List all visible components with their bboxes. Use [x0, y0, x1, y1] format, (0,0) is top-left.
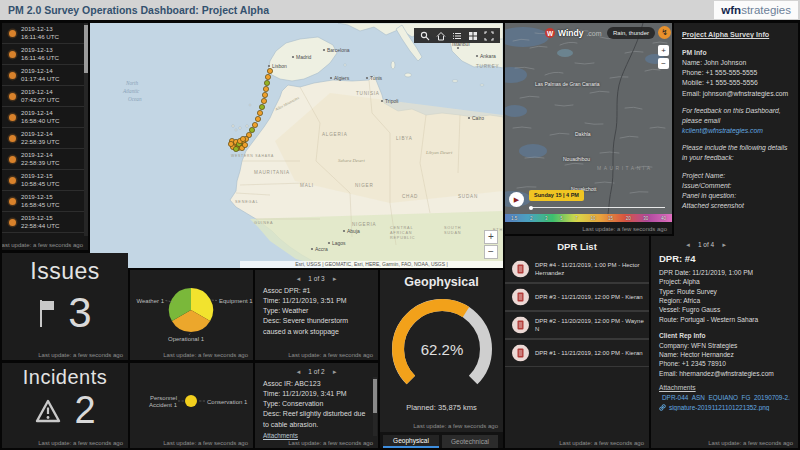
country-label: NIGERIA: [352, 222, 377, 227]
zoom-in-button[interactable]: +: [484, 230, 498, 244]
timeline-item[interactable]: 2019-12-1316:11:46 UTC: [2, 44, 84, 65]
timeline-item[interactable]: 2019-12-1422:58:39 UTC: [2, 128, 84, 149]
weather-map-canvas[interactable]: W Windy .com Rain, thunder ↯ + − Las Pal…: [505, 23, 672, 214]
timeline-time: 16:58:40 UTC: [21, 117, 60, 125]
layer-list-icon[interactable]: [452, 31, 462, 41]
event-dot-icon: [9, 51, 16, 58]
windy-brand[interactable]: W Windy .com: [545, 28, 602, 38]
next-page-arrow[interactable]: ►: [721, 242, 727, 248]
city-label: Cairo: [472, 115, 484, 121]
physical-label: Libyan Desert: [425, 150, 453, 155]
dpr-project: Project: Alpha: [659, 277, 790, 286]
pie-slice-combined[interactable]: [185, 395, 197, 407]
timeline-scrollbar-thumb[interactable]: [84, 25, 88, 73]
expand-icon[interactable]: [484, 31, 494, 41]
basemap-icon[interactable]: [468, 31, 478, 41]
dpr-list-item[interactable]: DPR #2 - 11/20/2019, 12:00 PM - Wayne N: [505, 311, 649, 339]
country-label: MALI: [300, 183, 314, 188]
timeline-item[interactable]: 2019-12-1316:11:46 UTC: [2, 23, 84, 44]
pm-email: Email: johnson@wfnstrategies.com: [682, 89, 790, 99]
timeline-time: 16:11:46 UTC: [21, 54, 59, 62]
issues-title: Issues: [2, 258, 128, 285]
rain-scale-bar: 1.5 2 3 5 7 10 15 20 30 40: [505, 214, 672, 222]
weather-city-label: Nouadhibou: [563, 156, 590, 162]
prev-page-arrow[interactable]: ◄: [685, 242, 691, 248]
search-icon[interactable]: [420, 31, 430, 41]
weather-region-label: MAURITANIA: [597, 165, 652, 171]
scale-tick: 5: [560, 216, 563, 221]
prev-page-arrow[interactable]: ◄: [295, 276, 301, 282]
assoc-dpr-type: Type: Weather: [263, 306, 370, 316]
timeline-item[interactable]: 2019-12-1422:58:39 UTC: [2, 149, 84, 170]
dpr-date: DPR Date: 11/21/2019, 1:00 PM: [659, 268, 790, 277]
timeline-item[interactable]: 2019-12-1416:58:40 UTC: [2, 107, 84, 128]
timeline-time: 01:17:44 UTC: [21, 75, 60, 83]
client-phone: Phone: +1 2345 78910: [659, 359, 790, 368]
country-label: LIBYA: [396, 136, 413, 141]
incidents-pie-chart: Personnel Accident 1 Conservation 1: [130, 363, 253, 438]
attachment-file-link[interactable]: signature-20191121101221352.png: [659, 404, 790, 411]
weather-layer-selector[interactable]: Rain, thunder: [607, 27, 655, 39]
country-label: TUNISIA: [356, 91, 380, 96]
dpr-region: Region: Africa: [659, 296, 790, 305]
event-dot-icon: [9, 198, 16, 205]
city-label: Algiers: [334, 75, 350, 81]
attachments-link[interactable]: Attachments: [263, 432, 298, 439]
route-map-canvas[interactable]: North Atlantic Ocean Madrid Barcelona Li…: [90, 23, 503, 268]
forecast-timeline[interactable]: [529, 207, 665, 208]
pie-label-personnel2: Accident 1: [149, 402, 178, 408]
tab-geotechnical[interactable]: Geotechnical: [442, 435, 498, 448]
assoc-ir-scrollbar[interactable]: [373, 377, 377, 436]
feedback-detail: Issue/Comment:: [682, 181, 790, 191]
assoc-ir-scrollbar-thumb[interactable]: [373, 379, 377, 413]
wfnstrategies-logo: wfnstrategies: [714, 1, 798, 19]
attachment-icon: [659, 404, 666, 411]
dpr-detail-pagination: ◄ 1 of 4 ►: [651, 238, 798, 251]
dpr-list-item[interactable]: DPR #1 - 11/21/2019, 12:00 PM - Kieran: [505, 339, 649, 367]
tab-geophysical[interactable]: Geophysical: [383, 435, 439, 448]
timeline-item[interactable]: 2019-12-1516:58:45 UTC: [2, 191, 84, 212]
attachment-file-link[interactable]: DPR-044_ASN_EQUIANO_FG_20190709-2.pdf: [659, 394, 790, 401]
timeline-item[interactable]: 2019-12-1510:58:45 UTC: [2, 170, 84, 191]
dpr-list-item[interactable]: DPR #3 - 11/21/2019, 12:00 PM - Kieran: [505, 283, 649, 311]
route-map-panel[interactable]: North Atlantic Ocean Madrid Barcelona Li…: [90, 23, 503, 268]
feedback-email-link[interactable]: kclient@wfnstrategies.com: [682, 127, 763, 134]
timeline-scrollbar[interactable]: [84, 23, 88, 236]
dpr-detail-panel: ◄ 1 of 4 ► DPR: #4 DPR Date: 11/21/2019,…: [651, 236, 798, 448]
attachments-heading: Attachments: [651, 378, 798, 391]
dpr-list-item[interactable]: DPR #4 - 11/21/2019, 1:00 PM - Hector He…: [505, 256, 649, 283]
thunder-layer-icon[interactable]: ↯: [658, 26, 671, 39]
weather-zoom-in-button[interactable]: +: [658, 45, 669, 56]
home-icon[interactable]: [436, 31, 446, 41]
city-label: Tripoli: [385, 98, 398, 104]
country-label: REPUBLIC: [390, 236, 415, 240]
page-title: PM 2.0 Survey Operations Dashboard: Proj…: [0, 4, 269, 16]
report-icon: [512, 261, 529, 278]
next-page-arrow[interactable]: ►: [332, 276, 338, 282]
assoc-dpr-pagination: ◄ 1 of 3 ►: [255, 272, 378, 285]
timeline-item[interactable]: 2019-12-1407:42:07 UTC: [2, 86, 84, 107]
pm-info-heading: PM Info: [682, 48, 790, 58]
assoc-dpr-time: Time: 11/21/2019, 3:51 PM: [263, 296, 370, 306]
gauge-title: Geophysical: [380, 275, 503, 289]
timeline-date: 2019-12-14: [21, 67, 60, 75]
scale-tick: 10: [590, 216, 595, 221]
play-button[interactable]: ▶: [509, 192, 524, 207]
warning-triangle-icon: [34, 398, 62, 424]
weather-zoom-out-button[interactable]: −: [658, 58, 669, 69]
zoom-out-button[interactable]: −: [484, 245, 498, 259]
header-bar: PM 2.0 Survey Operations Dashboard: Proj…: [0, 0, 800, 20]
prev-page-arrow[interactable]: ◄: [295, 369, 301, 375]
timeline-item[interactable]: 2019-12-1522:58:44 UTC: [2, 212, 84, 233]
next-page-arrow[interactable]: ►: [332, 369, 338, 375]
event-dot-icon: [9, 135, 16, 142]
country-label: SENEGAL: [235, 200, 259, 204]
timeline-item[interactable]: 2019-12-1401:17:44 UTC: [2, 65, 84, 86]
forecast-time-label[interactable]: Sunday 15 | 4 PM: [529, 190, 584, 201]
page-indicator: 1 of 3: [308, 275, 324, 282]
incidents-pie-panel: Personnel Accident 1 Conservation 1 Last…: [130, 363, 253, 448]
incidents-count: 2: [74, 389, 95, 432]
pie-label-equipment: Equipment 1: [219, 298, 253, 304]
country-label: ALGERIA: [322, 132, 348, 137]
timeline-date: 2019-12-13: [21, 46, 59, 54]
